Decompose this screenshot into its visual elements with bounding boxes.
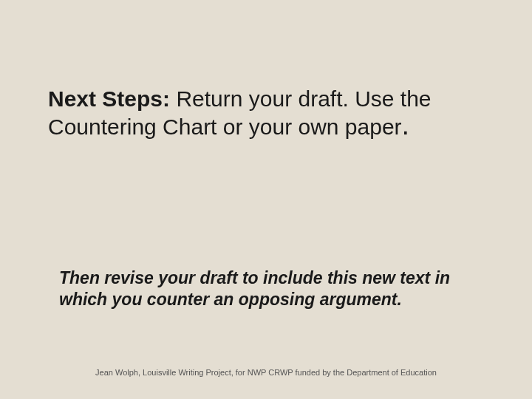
title-text: Next Steps: Return your draft. Use the C… bbox=[48, 85, 484, 140]
slide: Next Steps: Return your draft. Use the C… bbox=[0, 0, 532, 399]
footer-text: Jean Wolph, Louisville Writing Project, … bbox=[0, 368, 532, 377]
body-text: Then revise your draft to include this n… bbox=[59, 267, 480, 310]
title-period: . bbox=[402, 109, 410, 140]
title-lead: Next Steps: bbox=[48, 86, 170, 111]
